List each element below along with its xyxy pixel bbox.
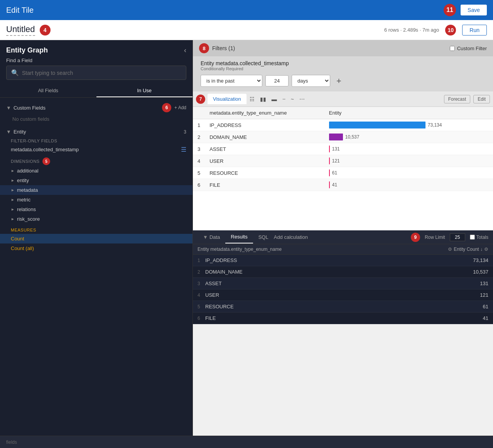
measure-count[interactable]: Count bbox=[0, 234, 192, 243]
table-row: 1 IP_ADDRESS 73,134 bbox=[193, 255, 493, 266]
filter-type-select[interactable]: is in the past bbox=[201, 75, 262, 87]
data-rows: 1 IP_ADDRESS 73,134 2 DOMAIN_NAME 10,537… bbox=[193, 255, 493, 324]
data-row-num: 3 bbox=[198, 281, 205, 286]
chevron-icon: ► bbox=[11, 169, 15, 173]
chart-row-bar: 61 bbox=[324, 167, 493, 179]
chevron-icon: ► bbox=[11, 207, 15, 211]
data-row-name: RESOURCE bbox=[205, 304, 442, 309]
chart-row-bar: 121 bbox=[324, 155, 493, 167]
data-panel: ▼ Data Results SQL Add calculation 9 Row… bbox=[193, 230, 493, 324]
entity-section-header: ▼ Entity 3 bbox=[0, 127, 192, 137]
entity-section: ▼ Entity 3 FILTER-ONLY FIELDS metadata.c… bbox=[0, 127, 192, 256]
badge-11: 11 bbox=[444, 4, 456, 16]
badge-7: 7 bbox=[196, 95, 205, 104]
add-calculation-button[interactable]: Add calculation bbox=[274, 234, 308, 240]
more-options-button[interactable]: ⋯ bbox=[297, 95, 307, 104]
totals-checkbox[interactable] bbox=[470, 235, 475, 240]
row-limit-input[interactable] bbox=[450, 233, 465, 241]
entity-graph-header: Entity Graph ‹ bbox=[0, 40, 192, 57]
status-label: fields bbox=[6, 440, 17, 445]
filter-unit-select[interactable]: days bbox=[292, 75, 330, 87]
filter-controls: is in the past days + bbox=[201, 75, 485, 87]
edit-button[interactable]: Edit bbox=[473, 95, 490, 103]
tab-all-fields[interactable]: All Fields bbox=[0, 85, 96, 97]
measure-count-all[interactable]: Count (all) bbox=[0, 243, 192, 253]
data-row-name: FILE bbox=[205, 315, 442, 321]
main-layout: Entity Graph ‹ Find a Field 🔍 All Fields… bbox=[0, 40, 493, 436]
data-row-num: 1 bbox=[198, 258, 205, 263]
scatter-icon-button[interactable]: ⋅⋅ bbox=[280, 95, 288, 104]
chevron-icon: ► bbox=[11, 178, 15, 183]
tile-title[interactable]: Untitled bbox=[6, 24, 35, 36]
tab-visualization[interactable]: Visualization bbox=[208, 94, 246, 104]
table-row: 2 DOMAIN_NAME 10,537 bbox=[193, 266, 493, 278]
dim-metric[interactable]: ► metric bbox=[0, 195, 192, 205]
no-custom-fields-text: No custom fields bbox=[0, 115, 192, 127]
tab-data[interactable]: ▼ Data bbox=[198, 231, 225, 243]
chart-row-num: 4 bbox=[193, 155, 205, 167]
totals-check: Totals bbox=[470, 235, 488, 240]
save-button[interactable]: Save bbox=[461, 5, 487, 15]
custom-fields-section: ▼ Custom Fields 6 + Add bbox=[0, 101, 192, 115]
chart-row-num: 6 bbox=[193, 179, 205, 191]
chevron-icon: ► bbox=[11, 217, 15, 221]
entity-graph-title: Entity Graph bbox=[6, 46, 48, 54]
filter-number-input[interactable] bbox=[265, 75, 289, 86]
search-input[interactable] bbox=[22, 70, 181, 76]
bar-chart-icon-button[interactable]: ▮▮ bbox=[258, 95, 268, 104]
badge-4: 4 bbox=[40, 25, 51, 36]
data-row-num: 4 bbox=[198, 292, 205, 298]
filter-field-item[interactable]: metadata.collected_timestamp ☰ bbox=[0, 144, 192, 155]
dim-relations[interactable]: ► relations bbox=[0, 205, 192, 214]
chart-row-bar: 41 bbox=[324, 179, 493, 191]
tab-in-use[interactable]: In Use bbox=[96, 85, 193, 97]
row-limit-label: Row Limit bbox=[425, 235, 445, 240]
dim-metadata[interactable]: ► metadata bbox=[0, 185, 192, 195]
chart-container: metadata.entity_type_enum_name Entity 1 … bbox=[193, 107, 493, 230]
data-table-header: Entity metadata.entity_type_enum_name ⚙ … bbox=[193, 244, 493, 255]
data-row-value: 61 bbox=[442, 304, 488, 309]
top-bar-right: 11 Save bbox=[444, 4, 487, 16]
add-custom-field-link[interactable]: + Add bbox=[174, 105, 186, 110]
measures-label: MEASURES bbox=[0, 224, 192, 234]
forecast-button[interactable]: Forecast bbox=[444, 95, 471, 103]
data-row-value: 73,134 bbox=[442, 257, 488, 263]
filter-add-button[interactable]: + bbox=[336, 76, 341, 86]
tab-sql[interactable]: SQL bbox=[253, 231, 274, 243]
run-button[interactable]: Run bbox=[462, 25, 487, 36]
filter-detail: Entity metadata.collected_timestamp Cond… bbox=[193, 56, 493, 91]
chart-row-bar: 131 bbox=[324, 143, 493, 155]
filter-field-name: metadata.collected_timestamp bbox=[11, 147, 79, 152]
tab-results[interactable]: Results bbox=[225, 231, 253, 243]
viz-toolbar: 7 Visualization ☷ ▮▮ ▬ ⋅⋅ ~ ⋯ Forecast E… bbox=[193, 91, 493, 107]
custom-filter-checkbox[interactable] bbox=[450, 46, 455, 51]
collapse-button[interactable]: ‹ bbox=[184, 46, 186, 54]
gear-icon-right[interactable]: ⚙ bbox=[484, 247, 488, 252]
chart-row-num: 5 bbox=[193, 167, 205, 179]
column-chart-icon-button[interactable]: ▬ bbox=[269, 95, 279, 104]
table-icon-button[interactable]: ☷ bbox=[247, 95, 257, 104]
badge-8: 8 bbox=[199, 43, 209, 53]
viz-right-btns: Forecast Edit bbox=[444, 95, 490, 103]
filter-required: Conditionally Required bbox=[201, 66, 485, 71]
custom-fields-label: ▼ Custom Fields bbox=[6, 105, 46, 111]
chart-table: metadata.entity_type_enum_name Entity 1 … bbox=[193, 107, 493, 191]
dim-entity[interactable]: ► entity bbox=[0, 176, 192, 185]
col-name-header: metadata.entity_type_enum_name bbox=[205, 107, 324, 119]
data-row-name: IP_ADDRESS bbox=[205, 257, 442, 263]
line-chart-icon-button[interactable]: ~ bbox=[289, 95, 296, 104]
dim-additional[interactable]: ► additional bbox=[0, 166, 192, 176]
viz-tabs: 7 Visualization ☷ ▮▮ ▬ ⋅⋅ ~ ⋯ bbox=[196, 94, 307, 104]
field-tabs: All Fields In Use bbox=[0, 85, 192, 98]
gear-icon[interactable]: ⚙ bbox=[448, 247, 452, 252]
filters-label: Filters (1) bbox=[212, 45, 235, 51]
custom-filter-check: Custom Filter bbox=[450, 46, 487, 51]
sub-header: Untitled 4 6 rows · 2.489s · 7m ago 10 R… bbox=[0, 20, 493, 40]
data-tabs: ▼ Data Results SQL Add calculation bbox=[198, 231, 308, 243]
chart-row-num: 3 bbox=[193, 143, 205, 155]
dim-risk-score[interactable]: ► risk_score bbox=[0, 214, 192, 224]
left-panel: Entity Graph ‹ Find a Field 🔍 All Fields… bbox=[0, 40, 193, 436]
badge-9: 9 bbox=[411, 233, 420, 242]
chart-row-bar: 73,134 bbox=[324, 119, 493, 131]
filter-only-label: FILTER-ONLY FIELDS bbox=[0, 137, 192, 144]
